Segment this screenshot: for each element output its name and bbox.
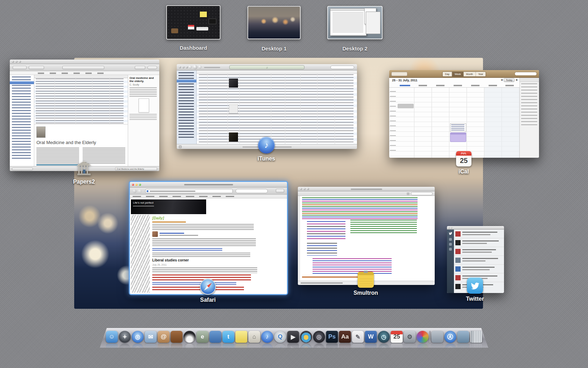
space-thumbnail-dashboard[interactable] bbox=[166, 5, 220, 40]
column-divider bbox=[110, 78, 110, 124]
papers2-table-rows bbox=[34, 78, 128, 124]
papers2-dock-icon[interactable]: ⌂ bbox=[248, 331, 260, 343]
color-wheel-app-icon[interactable] bbox=[417, 331, 429, 343]
stickies-icon[interactable] bbox=[236, 331, 247, 343]
day-label bbox=[419, 85, 427, 86]
papers2-app-badge[interactable]: Papers2 bbox=[63, 161, 105, 185]
avatar bbox=[455, 266, 461, 272]
ical-side-panel bbox=[519, 78, 539, 158]
papers2-table-header bbox=[34, 75, 128, 78]
documents-folder-icon[interactable] bbox=[432, 331, 443, 343]
iphoto-icon[interactable] bbox=[300, 331, 312, 343]
rail-icon bbox=[449, 248, 452, 251]
url-text bbox=[150, 191, 195, 192]
pen-tool-icon[interactable]: ✎ bbox=[352, 331, 364, 343]
video-player-icon[interactable]: ▶ bbox=[287, 331, 299, 343]
itunes-app-badge[interactable]: ♪ iTunes bbox=[245, 137, 287, 162]
word-icon[interactable]: W bbox=[365, 331, 377, 343]
ical-view-button[interactable]: Year bbox=[476, 72, 485, 76]
package-app-icon[interactable] bbox=[171, 331, 183, 343]
papers2-sidebar bbox=[10, 75, 34, 166]
launchpad-icon[interactable]: ✦ bbox=[119, 331, 131, 343]
chat-app-icon[interactable] bbox=[210, 331, 222, 343]
tweet-text bbox=[462, 243, 487, 244]
avatar bbox=[455, 231, 461, 237]
font-app-icon[interactable]: Aa bbox=[339, 331, 351, 343]
itunes-column-header bbox=[197, 70, 357, 74]
sidebar-items bbox=[12, 76, 31, 161]
itunes-dock-icon[interactable]: ♪ bbox=[261, 331, 273, 343]
comment-row bbox=[152, 231, 258, 237]
papers2-titlebar bbox=[10, 60, 159, 64]
app-store-icon[interactable]: Ⓐ bbox=[444, 331, 456, 343]
evernote-icon[interactable]: e bbox=[197, 331, 209, 343]
dock-icon-glyph: ☺ bbox=[109, 333, 115, 340]
album-artwork bbox=[229, 79, 238, 88]
smultron-window[interactable] bbox=[298, 187, 435, 285]
close-icon bbox=[179, 66, 181, 68]
next-track-button bbox=[198, 66, 202, 69]
safari-dock-icon[interactable]: ◎ bbox=[132, 331, 144, 343]
aperture-icon[interactable]: ◎ bbox=[313, 331, 325, 343]
ical-view-button[interactable]: Month bbox=[464, 72, 476, 76]
quicktime-icon[interactable]: Q bbox=[274, 331, 286, 343]
tweet-row bbox=[454, 247, 504, 256]
window-title-text bbox=[184, 184, 233, 185]
blog-section-daily: [Daily] bbox=[152, 216, 258, 220]
tweet-text bbox=[462, 232, 497, 233]
photoshop-icon[interactable]: Ps bbox=[326, 331, 338, 343]
dock-icon-glyph: Ⓐ bbox=[447, 333, 453, 341]
link-row bbox=[152, 222, 186, 223]
paper-panel-author: C. Scully bbox=[130, 83, 158, 86]
smultron-toolbar bbox=[298, 191, 435, 196]
twitter-dock-icon[interactable]: t bbox=[223, 331, 234, 343]
dock: ☺✦◎✉@et⌂♪Q▶◎PsAa✎W◷25⚙Ⓐ bbox=[100, 321, 488, 346]
ical-label: iCal bbox=[458, 169, 469, 175]
avatar bbox=[455, 249, 461, 254]
safari-window[interactable]: Life's not perfect [Daily] Liber bbox=[130, 182, 287, 294]
tweet-text bbox=[462, 234, 490, 235]
ical-app-badge[interactable]: JUL 25 iCal bbox=[443, 151, 485, 175]
time-machine-icon[interactable]: ◷ bbox=[378, 331, 390, 343]
itunes-icon: ♪ bbox=[258, 137, 275, 154]
day-label bbox=[489, 85, 497, 86]
penguin-app-icon[interactable] bbox=[184, 331, 196, 343]
prev-week-button[interactable]: ◀ bbox=[501, 79, 503, 81]
zoom-icon bbox=[19, 61, 21, 63]
twitter-app-badge[interactable]: Twitter bbox=[454, 278, 496, 302]
safari-app-badge[interactable]: Safari bbox=[187, 279, 229, 303]
ical-week-grid bbox=[389, 88, 519, 158]
dock-icon-glyph: @ bbox=[161, 333, 167, 340]
toolbar-icon bbox=[407, 192, 410, 195]
day-label-monday bbox=[400, 85, 410, 86]
downloads-folder-icon[interactable] bbox=[457, 331, 469, 343]
ical-window[interactable]: DayWeekMonthYear 25 - 31 July, 2011 ◀ To… bbox=[389, 70, 539, 158]
ical-view-button[interactable]: Week bbox=[452, 72, 464, 76]
blog-post-date: July 25, 2011 bbox=[152, 264, 258, 266]
papers2-preview-pane: Oral Medicine and the Elderly bbox=[34, 124, 128, 166]
finder-icon[interactable]: ☺ bbox=[106, 331, 118, 343]
today-button[interactable]: Today bbox=[504, 78, 514, 82]
back-button bbox=[133, 189, 136, 193]
mail-icon[interactable]: ✉ bbox=[145, 331, 157, 343]
column-divider bbox=[207, 74, 208, 144]
next-week-button[interactable]: ▶ bbox=[516, 79, 518, 81]
ical-view-button[interactable]: Day bbox=[443, 72, 452, 76]
table-text-lines bbox=[36, 79, 124, 124]
contacts-icon[interactable]: @ bbox=[158, 331, 170, 343]
space-thumbnail-desktop-2[interactable] bbox=[327, 6, 383, 39]
twitter-side-rail bbox=[447, 230, 454, 293]
itunes-window[interactable]: ♫ bbox=[177, 64, 357, 149]
space-thumbnail-desktop-1[interactable] bbox=[247, 6, 301, 39]
tweet-text bbox=[462, 260, 485, 261]
toolbar-segment bbox=[29, 66, 44, 69]
column-divider bbox=[76, 78, 76, 124]
blog-section-heading: Liberal studies corner bbox=[152, 258, 258, 262]
papers2-window[interactable]: Oral medicine and the elderly. C. Scully… bbox=[10, 60, 159, 171]
system-preferences-icon[interactable]: ⚙ bbox=[404, 331, 416, 343]
trash-icon[interactable] bbox=[470, 331, 482, 343]
twitter-bird-mini-icon bbox=[448, 232, 453, 235]
ical-dock-icon[interactable]: 25 bbox=[391, 331, 403, 343]
smultron-app-badge[interactable]: Smultron bbox=[345, 272, 387, 296]
window-title-text bbox=[351, 189, 382, 190]
